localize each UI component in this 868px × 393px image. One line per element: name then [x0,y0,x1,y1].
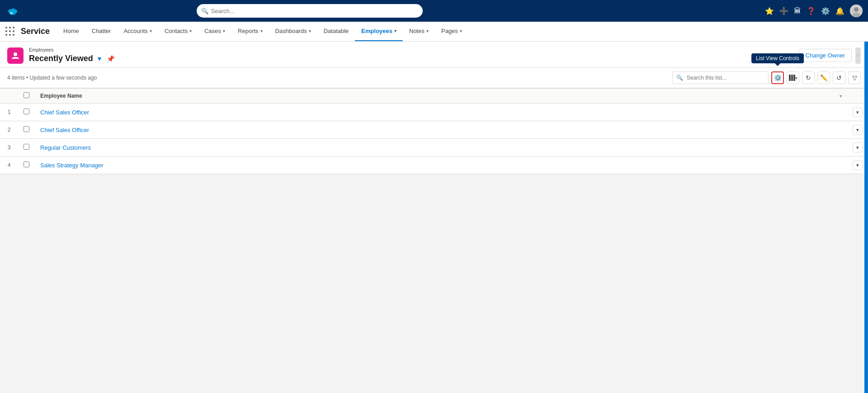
notifications-button[interactable]: 🔔 [835,7,844,15]
top-right-icons: ⭐ ➕ 🏛 ❓ ⚙️ 🔔 [765,5,863,17]
search-list-input[interactable] [687,75,768,81]
list-toolbar: 4 items • Updated a few seconds ago 🔍 ⚙️… [0,68,868,88]
change-owner-button[interactable]: Change Owner [799,49,852,62]
row-checkbox[interactable] [24,144,29,150]
employee-name-link[interactable]: Chief Sales Officer [40,127,89,133]
edit-button[interactable]: ✏️ [817,71,830,84]
th-employee-name-label: Employee Name [40,93,82,99]
list-header: Employees Recently Viewed ▾ 📌 Change Own… [0,42,868,68]
refresh-button[interactable]: ↻ [802,71,815,84]
global-search[interactable]: 🔍 [197,4,423,18]
row-action-button[interactable]: ▾ [853,142,863,152]
nav-items: Home Chatter Accounts ▾ Contacts ▾ Cases… [57,22,468,41]
view-title: Recently Viewed ▾ 📌 [29,53,799,64]
nav-item-accounts[interactable]: Accounts ▾ [117,22,158,41]
row-number: 1 [0,104,18,121]
svg-point-6 [854,7,859,12]
table-row: 2 Chief Sales Officer ▾ [0,121,868,139]
nav-item-employees[interactable]: Employees ▾ [355,22,403,41]
nav-item-reports[interactable]: Reports ▾ [231,22,269,41]
th-select-all[interactable] [18,89,35,104]
chevron-down-icon: ▾ [426,28,429,33]
content-area: Employees Recently Viewed ▾ 📌 Change Own… [0,42,868,393]
chevron-down-icon: ▾ [795,76,797,80]
top-navigation: ☁ 🔍 ⭐ ➕ 🏛 ❓ ⚙️ 🔔 [0,0,868,22]
table-body: 1 Chief Sales Officer ▾ 2 Chief Sales Of… [0,104,868,174]
nav-item-home[interactable]: Home [57,22,85,41]
table-row: 4 Sales Strategy Manager ▾ [0,156,868,174]
row-number: 2 [0,121,18,139]
right-panel-edge[interactable] [864,42,868,393]
row-checkbox[interactable] [24,126,29,132]
view-dropdown-button[interactable]: ▾ [97,53,102,64]
filter-icon: ▽ [852,74,857,81]
app-launcher-dots [5,27,15,37]
nav-item-chatter[interactable]: Chatter [85,22,118,41]
chevron-down-icon: ▾ [189,28,192,33]
search-input[interactable] [197,4,423,18]
search-list-icon: 🔍 [673,75,687,81]
nav-item-contacts[interactable]: Contacts ▾ [158,22,198,41]
nav-item-pages[interactable]: Pages ▾ [435,22,468,41]
search-list-container[interactable]: 🔍 [672,71,769,84]
row-action-button[interactable]: ▾ [853,125,863,135]
nav-item-dashboards[interactable]: Dashboards ▾ [269,22,317,41]
chevron-down-icon: ▾ [223,28,225,33]
pin-button[interactable]: 📌 [106,54,115,63]
columns-button[interactable]: ▾ [787,71,799,84]
employee-name-link[interactable]: Chief Sales Officer [40,109,89,116]
employee-name-cell[interactable]: Sales Strategy Manager [35,156,847,174]
employee-name-cell[interactable]: Chief Sales Officer [35,121,847,139]
add-button[interactable]: ➕ [779,7,788,15]
chevron-down-icon: ▾ [394,28,396,33]
employee-name-cell[interactable]: Chief Sales Officer [35,104,847,121]
salesforce-logo[interactable]: ☁ [5,4,20,18]
nav-item-cases[interactable]: Cases ▾ [198,22,231,41]
row-checkbox-cell[interactable] [18,156,35,174]
th-dropdown-icon: ▾ [840,94,842,99]
svg-rect-9 [789,75,791,81]
chevron-down-icon: ▾ [260,28,263,33]
toolbar-right: 🔍 ⚙️ List View Controls ▾ ↻ [672,71,861,84]
settings-button[interactable]: ⚙️ [821,7,830,15]
status-text: 4 items • Updated a few seconds ago [7,75,97,81]
list-view-controls-button[interactable]: ⚙️ [771,71,784,84]
setup-icon-button[interactable]: 🏛 [794,7,801,15]
undo-button[interactable]: ↺ [833,71,845,84]
employee-name-link[interactable]: Sales Strategy Manager [40,162,103,169]
svg-text:☁: ☁ [9,11,13,14]
chevron-down-icon: ▾ [309,28,311,33]
help-button[interactable]: ❓ [807,7,816,15]
search-icon: 🔍 [201,8,208,14]
employee-name-link[interactable]: Regular Customers [40,144,91,151]
avatar[interactable] [850,5,863,17]
row-checkbox-cell[interactable] [18,104,35,121]
filter-button[interactable]: ▽ [848,71,861,84]
undo-icon: ↺ [836,74,842,81]
refresh-icon: ↻ [806,74,811,81]
row-checkbox[interactable] [24,109,29,114]
panel-resize-handle[interactable]: › [855,47,861,64]
row-checkbox-cell[interactable] [18,121,35,139]
nav-item-notes[interactable]: Notes ▾ [403,22,435,41]
favorites-button[interactable]: ⭐ [765,7,774,15]
columns-icon [789,75,795,81]
th-row-number [0,89,18,104]
app-launcher[interactable] [5,27,15,37]
nav-item-datatable[interactable]: Datatable [317,22,355,41]
th-employee-name[interactable]: Employee Name ▾ [35,89,847,104]
row-checkbox[interactable] [24,161,29,167]
svg-rect-10 [791,75,793,81]
view-title-text: Recently Viewed [29,54,93,63]
employee-name-cell[interactable]: Regular Customers [35,139,847,156]
row-checkbox-cell[interactable] [18,139,35,156]
app-navigation: Service Home Chatter Accounts ▾ Contacts… [0,22,868,42]
app-name: Service [21,27,50,36]
chevron-right-icon: › [857,53,859,58]
table-row: 1 Chief Sales Officer ▾ [0,104,868,121]
breadcrumb: Employees [29,47,799,52]
select-all-checkbox[interactable] [24,92,29,98]
row-action-button[interactable]: ▾ [853,107,863,117]
table-row: 3 Regular Customers ▾ [0,139,868,156]
row-action-button[interactable]: ▾ [853,160,863,170]
